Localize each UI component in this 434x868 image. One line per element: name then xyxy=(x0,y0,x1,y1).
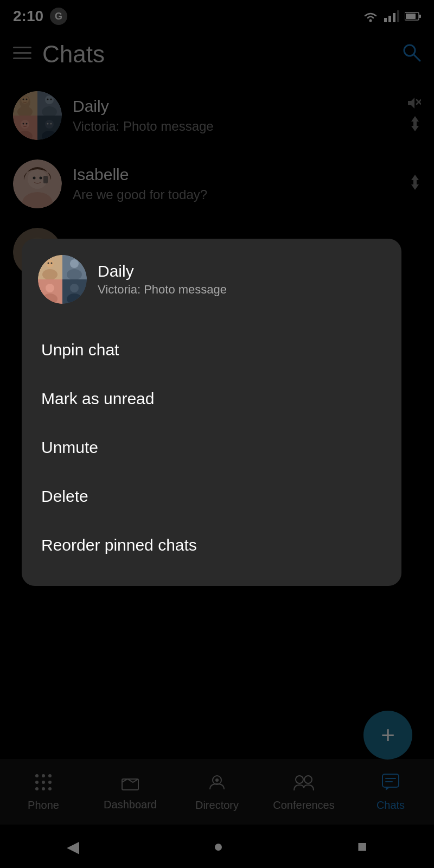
context-info: Daily Victoria: Photo message xyxy=(98,262,385,297)
context-avatar-face-2 xyxy=(62,255,87,279)
context-chat-name: Daily xyxy=(98,262,385,280)
context-menu: Daily Victoria: Photo message Unpin chat… xyxy=(22,239,401,586)
context-menu-header: Daily Victoria: Photo message xyxy=(22,255,401,320)
unpin-chat-button[interactable]: Unpin chat xyxy=(22,326,401,374)
reorder-pinned-chats-button[interactable]: Reorder pinned chats xyxy=(22,521,401,570)
svg-point-59 xyxy=(70,284,79,292)
svg-point-50 xyxy=(48,263,49,264)
mark-as-unread-button[interactable]: Mark as unread xyxy=(22,374,401,423)
svg-point-51 xyxy=(51,263,53,264)
context-menu-items: Unpin chat Mark as unread Unmute Delete … xyxy=(22,320,401,575)
unmute-button[interactable]: Unmute xyxy=(22,423,401,472)
svg-point-56 xyxy=(46,284,54,292)
context-chat-preview: Victoria: Photo message xyxy=(98,283,385,297)
context-avatar-face-3 xyxy=(38,279,62,304)
delete-button[interactable]: Delete xyxy=(22,472,401,521)
context-avatar xyxy=(38,255,87,304)
context-avatar-face-4 xyxy=(62,279,87,304)
svg-point-53 xyxy=(70,259,79,268)
svg-point-48 xyxy=(46,260,54,267)
context-avatar-face-1 xyxy=(38,255,62,279)
